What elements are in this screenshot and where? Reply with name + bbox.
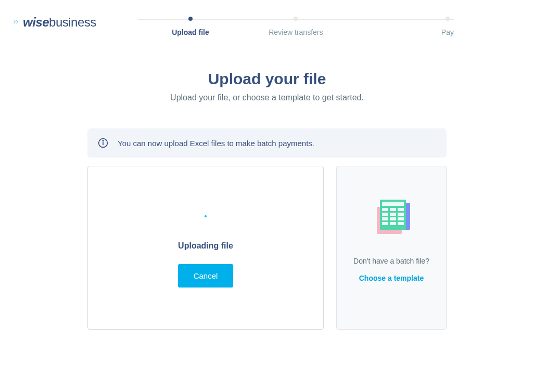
step-review-transfers[interactable]: Review transfers bbox=[243, 17, 348, 36]
svg-rect-8 bbox=[390, 208, 396, 211]
svg-rect-11 bbox=[390, 213, 396, 216]
svg-rect-16 bbox=[382, 222, 388, 225]
main-content: Upload your file Upload your file, or ch… bbox=[87, 70, 447, 330]
cards-row: Uploading file Cancel bbox=[87, 166, 447, 330]
info-text: You can now upload Excel files to make b… bbox=[118, 139, 314, 148]
spreadsheet-icon bbox=[371, 198, 412, 241]
upload-status: Uploading file bbox=[178, 241, 233, 251]
svg-rect-15 bbox=[398, 217, 404, 220]
svg-rect-14 bbox=[390, 217, 396, 220]
spinner-icon bbox=[197, 208, 214, 225]
logo-wise-text: wise bbox=[23, 15, 49, 30]
choose-template-link[interactable]: Choose a template bbox=[359, 274, 424, 282]
svg-rect-6 bbox=[382, 202, 404, 206]
upload-card: Uploading file Cancel bbox=[87, 166, 324, 330]
svg-rect-10 bbox=[382, 213, 388, 216]
svg-rect-18 bbox=[398, 222, 404, 225]
info-icon bbox=[98, 138, 108, 148]
template-card: Don't have a batch file? Choose a templa… bbox=[336, 166, 447, 330]
page-subtitle: Upload your file, or choose a template t… bbox=[87, 93, 447, 102]
step-dot-icon bbox=[294, 17, 298, 21]
logo-arrows-icon bbox=[12, 15, 22, 30]
stepper: Upload file Review transfers Pay bbox=[138, 8, 454, 36]
step-dot-icon bbox=[188, 17, 193, 21]
info-banner: You can now upload Excel files to make b… bbox=[87, 128, 447, 158]
svg-rect-17 bbox=[390, 222, 396, 225]
svg-rect-12 bbox=[398, 213, 404, 216]
svg-rect-13 bbox=[382, 217, 388, 220]
svg-rect-9 bbox=[398, 208, 404, 211]
step-upload-file[interactable]: Upload file bbox=[138, 17, 243, 36]
template-prompt: Don't have a batch file? bbox=[353, 256, 429, 267]
step-label: Review transfers bbox=[243, 28, 348, 36]
logo[interactable]: wisebusiness bbox=[12, 15, 96, 30]
step-label: Pay bbox=[349, 28, 454, 36]
step-dot-icon bbox=[446, 17, 450, 21]
step-pay[interactable]: Pay bbox=[349, 17, 454, 36]
header: wisebusiness Upload file Review transfer… bbox=[0, 0, 534, 45]
cancel-button[interactable]: Cancel bbox=[178, 264, 234, 288]
svg-rect-7 bbox=[382, 208, 388, 211]
logo-business-text: business bbox=[49, 15, 96, 30]
step-label: Upload file bbox=[138, 28, 243, 36]
page-title: Upload your file bbox=[87, 70, 447, 88]
svg-point-2 bbox=[103, 140, 104, 141]
